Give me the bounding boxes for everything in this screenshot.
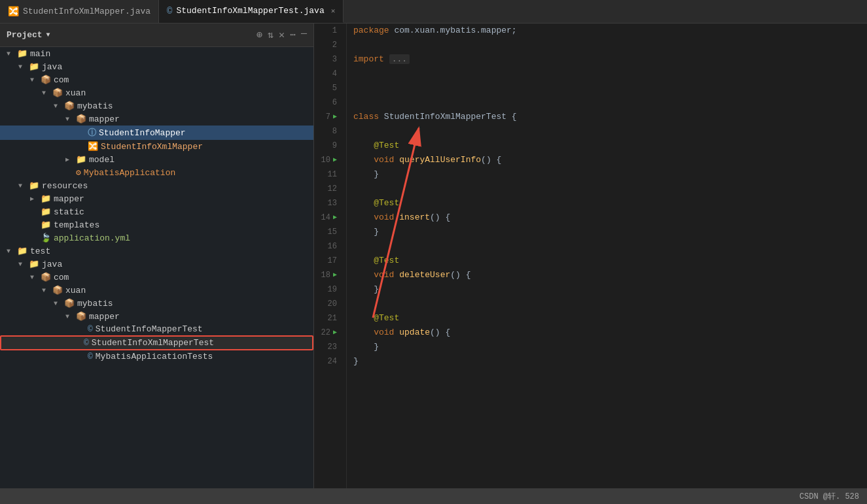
code-line-10: void queryAllUserInfo() {: [353, 153, 867, 167]
tree-node-mapper-test-pkg[interactable]: ▼ 📦 mapper: [0, 310, 313, 323]
tree-node-application-yml[interactable]: 🍃 application.yml: [0, 231, 313, 244]
minimize-icon[interactable]: ─: [301, 29, 307, 41]
tree-node-com-test[interactable]: ▼ 📦 com: [0, 271, 313, 284]
line-num-10: 10▶: [314, 153, 341, 167]
arrow-java: ▼: [18, 63, 27, 71]
node-label-mapper-test-pkg: mapper: [89, 312, 120, 322]
line-num-13: 13: [314, 196, 341, 210]
code-line-14: void insert() {: [353, 210, 867, 225]
tree-node-mybatis-application[interactable]: ⚙ MybatisApplication: [0, 166, 313, 179]
tab-icon-test: ©: [167, 6, 172, 16]
tree-node-student-info-mapper-test[interactable]: © StudentInfoMapperTest: [0, 323, 313, 335]
project-chevron[interactable]: ▼: [46, 31, 50, 39]
run-btn-10[interactable]: ▶: [333, 153, 337, 167]
xml-icon-student-info-xml-mapper: 🔀: [88, 141, 98, 152]
line-num-12: 12: [314, 182, 341, 196]
line-num-19: 19: [314, 282, 341, 297]
pkg-icon-mapper: 📦: [76, 114, 86, 124]
code-line-9: @Test: [353, 139, 867, 153]
code-line-15: }: [353, 225, 867, 239]
tree-node-xuan-test[interactable]: ▼ 📦 xuan: [0, 284, 313, 297]
sort-icon[interactable]: ⇅: [268, 29, 274, 41]
line-num-14: 14▶: [314, 210, 341, 225]
run-btn-22[interactable]: ▶: [333, 326, 337, 340]
tab-student-xml-mapper[interactable]: 🔀 StudentInfoXmlMapper.java: [0, 0, 159, 23]
pkg-icon-xuan-test: 📦: [52, 285, 63, 295]
code-line-12: [353, 182, 867, 196]
line-num-4: 4: [314, 67, 341, 81]
tree-node-student-info-mapper[interactable]: ⓘ StudentInfoMapper: [0, 126, 313, 140]
node-label-xuan: xuan: [65, 88, 86, 98]
tree-node-model-pkg[interactable]: ▶ 📁 model: [0, 153, 313, 166]
code-line-3: import ...: [353, 52, 867, 67]
code-line-16: [353, 239, 867, 254]
code-editor: 1 2 3 4 5 6 7▶ 8 9 10▶ 11 12 13 14▶ 15 1…: [314, 24, 867, 488]
project-label: Project: [7, 30, 43, 40]
tree-node-mybatis-app-tests[interactable]: © MybatisApplicationTests: [0, 350, 313, 363]
tree-node-student-info-xml-mapper-test[interactable]: © StudentInfoXmlMapperTest: [0, 335, 313, 350]
folder-icon-test: 📁: [17, 246, 27, 256]
tree-node-mapper-pkg[interactable]: ▼ 📦 mapper: [0, 112, 313, 126]
sidebar: Project ▼ ⊕ ⇅ ✕ ⋯ ─ ▼ 📁 main ▼ 📁: [0, 24, 314, 488]
tree-node-xuan[interactable]: ▼ 📦 xuan: [0, 86, 313, 99]
folder-icon-java-test: 📁: [29, 259, 39, 269]
code-line-5: [353, 81, 867, 95]
run-btn-14[interactable]: ▶: [333, 210, 337, 225]
tree-node-mybatis-test[interactable]: ▼ 📦 mybatis: [0, 297, 313, 310]
node-label-resources: resources: [42, 181, 88, 191]
tree-node-com[interactable]: ▼ 📦 com: [0, 73, 313, 86]
arrow-com-test: ▼: [30, 274, 39, 281]
code-line-18: void deleteUser() {: [353, 268, 867, 282]
code-content: 1 2 3 4 5 6 7▶ 8 9 10▶ 11 12 13 14▶ 15 1…: [314, 24, 867, 488]
code-line-6: [353, 95, 867, 110]
line-num-18: 18▶: [314, 268, 341, 282]
line-num-17: 17: [314, 254, 341, 268]
run-btn-18[interactable]: ▶: [333, 268, 337, 282]
header-actions: ⊕ ⇅ ✕ ⋯ ─: [257, 29, 307, 41]
tree-node-java[interactable]: ▼ 📁 java: [0, 60, 313, 73]
run-btn-7[interactable]: ▶: [333, 110, 337, 124]
more-icon[interactable]: ⋯: [290, 29, 296, 41]
code-line-11: }: [353, 167, 867, 182]
arrow-mapper-res: ▶: [30, 195, 39, 203]
pkg-icon-mapper-test: 📦: [76, 311, 86, 322]
node-label-student-info-xml-mapper: StudentInfoXmlMapper: [101, 142, 203, 152]
line-num-5: 5: [314, 81, 341, 95]
tree-node-main[interactable]: ▼ 📁 main: [0, 47, 313, 60]
tab-close-button[interactable]: ✕: [331, 7, 336, 15]
arrow-mybatis-test: ▼: [54, 300, 63, 307]
line-num-9: 9: [314, 139, 341, 153]
interface-icon-student-info-mapper: ⓘ: [88, 127, 96, 139]
close-icon[interactable]: ✕: [279, 29, 285, 41]
class-icon-student-info-xml-mapper-test: ©: [84, 338, 89, 348]
tree-node-student-info-xml-mapper[interactable]: 🔀 StudentInfoXmlMapper: [0, 140, 313, 153]
arrow-mybatis: ▼: [54, 103, 63, 110]
tab-student-xml-mapper-test[interactable]: © StudentInfoXmlMapperTest.java ✕: [159, 0, 344, 23]
folder-icon-java: 📁: [29, 61, 39, 72]
node-label-static: static: [54, 207, 84, 217]
project-title: Project ▼: [7, 30, 50, 40]
node-label-test: test: [30, 246, 50, 256]
pkg-icon-mybatis: 📦: [64, 101, 75, 111]
arrow-xuan-test: ▼: [42, 287, 51, 294]
code-line-21: @Test: [353, 311, 867, 326]
node-label-mapper-pkg: mapper: [89, 114, 120, 124]
add-icon[interactable]: ⊕: [257, 29, 262, 41]
class-icon-mybatis-app: ⚙: [76, 167, 81, 178]
line-num-1: 1: [314, 24, 341, 38]
code-line-17: @Test: [353, 254, 867, 268]
tree-node-mapper-res[interactable]: ▶ 📁 mapper: [0, 192, 313, 205]
node-label-app-yml: application.yml: [54, 233, 130, 243]
arrow-model-pkg: ▶: [65, 156, 75, 163]
tab-bar: 🔀 StudentInfoXmlMapper.java © StudentInf…: [0, 0, 867, 24]
node-label-com-test: com: [54, 273, 69, 282]
status-text: CSDN @轩. 528: [800, 491, 859, 502]
tree-node-test[interactable]: ▼ 📁 test: [0, 244, 313, 258]
code-line-2: [353, 38, 867, 52]
tree-node-mybatis[interactable]: ▼ 📦 mybatis: [0, 99, 313, 112]
tree-node-static[interactable]: 📁 static: [0, 205, 313, 218]
node-label-student-info-mapper: StudentInfoMapper: [99, 128, 186, 138]
tree-node-templates[interactable]: 📁 templates: [0, 218, 313, 231]
tree-node-resources[interactable]: ▼ 📁 resources: [0, 179, 313, 192]
tree-node-java-test[interactable]: ▼ 📁 java: [0, 258, 313, 271]
